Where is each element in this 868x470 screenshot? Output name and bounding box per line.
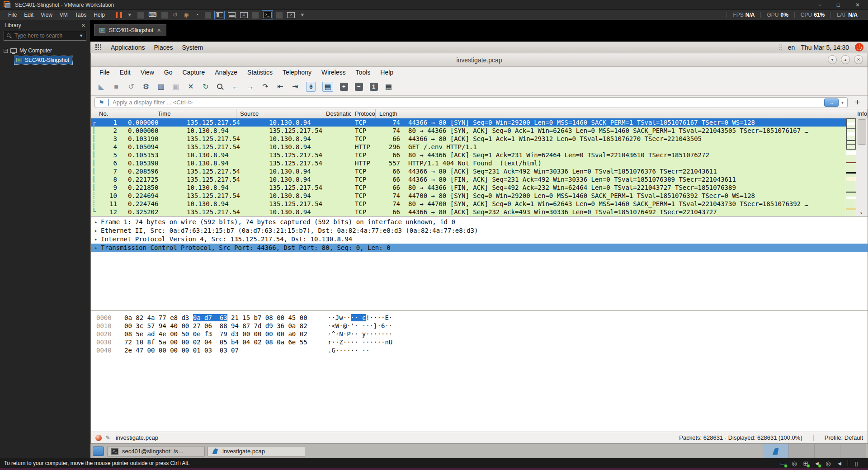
hex-row[interactable]: 0030 72 10 8f 5a 00 00 02 04 05 b4 04 02… (91, 338, 868, 346)
scrollbar-thumb[interactable] (858, 119, 866, 145)
packet-row[interactable]: │ 3 0.103190 135.125.217.54 10.130.8.94 … (91, 135, 868, 143)
vmware-menu-item[interactable]: VM (56, 11, 71, 19)
taskbar-item[interactable]: investigate.pcap (208, 446, 305, 457)
vmware-menu-item[interactable]: Tabs (71, 11, 90, 19)
window-control-button[interactable]: □ (837, 2, 840, 8)
wireshark-menu-item[interactable]: Wireless (316, 69, 351, 76)
column-header[interactable]: Time (154, 109, 236, 118)
tree-expander-icon[interactable]: − (4, 49, 8, 53)
wireshark-menu-item[interactable]: Statistics (242, 69, 278, 76)
reload-icon[interactable]: ↻ (202, 82, 210, 92)
wireshark-menu-item[interactable]: Analyze (210, 69, 242, 76)
hex-row[interactable]: 0020 08 5e ad 4e 00 50 0e f3 79 d3 00 00… (91, 330, 868, 338)
stop-capture-icon[interactable]: ■ (112, 82, 120, 92)
dropdown-caret-icon[interactable]: ▾ (127, 11, 133, 19)
console-view-icon[interactable]: >_ (263, 12, 272, 18)
tree-item-my-computer[interactable]: − My Computer (4, 46, 86, 55)
packet-row[interactable]: ┊ 11 0.224746 10.130.8.94 135.125.217.54… (91, 200, 868, 208)
packet-row[interactable]: │ 9 0.221850 10.130.8.94 135.125.217.54 … (91, 183, 868, 192)
mic-icon[interactable]: ◄ (836, 460, 843, 467)
workspace-4[interactable] (840, 444, 866, 458)
window-minimize-icon[interactable]: ▾ (828, 55, 837, 64)
gnome-menu-item[interactable]: Places (150, 44, 178, 51)
search-dropdown-icon[interactable]: ▼ (79, 33, 83, 38)
library-search-input[interactable]: Type here to search ▼ (4, 31, 86, 41)
goto-packet-icon[interactable]: ↷ (261, 82, 269, 92)
gnome-menu-item[interactable]: Applications (106, 44, 150, 51)
taskbar-item[interactable]: sec401@slingshot: /s… (107, 446, 205, 457)
workspace-1[interactable] (763, 444, 788, 458)
toolbar-separator[interactable] (252, 12, 259, 19)
window-close-icon[interactable]: ✕ (854, 55, 863, 64)
vmware-menu-item[interactable]: Help (90, 11, 108, 19)
filter-apply-icon[interactable]: → (824, 99, 839, 107)
window-maximize-icon[interactable]: ▴ (841, 55, 850, 64)
profile-indicator[interactable]: Profile: Default (825, 434, 863, 441)
packet-list-scrollbar[interactable] (856, 118, 868, 216)
wireshark-titlebar[interactable]: investigate.pcap ▾▴✕ (91, 53, 868, 67)
toolbar-separator[interactable] (137, 12, 144, 19)
window-control-button[interactable]: − (818, 2, 821, 8)
restart-capture-icon[interactable]: ↺ (127, 82, 135, 92)
packet-minimap[interactable] (846, 118, 856, 216)
tab-close-icon[interactable]: ✕ (157, 28, 161, 33)
wireshark-menu-item[interactable]: View (136, 69, 159, 76)
colorize-icon[interactable]: ▤ (322, 82, 333, 92)
ctrl-alt-del-icon[interactable]: ⌨ (148, 11, 157, 19)
filter-bookmark-icon[interactable]: ⚑ (97, 99, 106, 106)
show-thumbnail-bar-icon[interactable] (228, 12, 236, 18)
start-capture-icon[interactable]: ◣ (97, 82, 105, 92)
back-icon[interactable]: ← (231, 82, 240, 92)
display-filter-field[interactable]: ⚑ → ▾ (94, 97, 848, 108)
revert-snapshot-icon[interactable]: ↺ (172, 11, 179, 19)
clock[interactable]: Thu Mar 5, 14:30 (801, 44, 849, 51)
workspace-3[interactable] (814, 444, 840, 458)
close-file-icon[interactable]: ✕ (187, 82, 195, 92)
auto-scroll-icon[interactable]: ⇟ (306, 82, 316, 92)
fullscreen-icon[interactable]: ↗ (287, 12, 295, 18)
display-filter-input[interactable] (112, 99, 821, 106)
window-control-button[interactable]: ✕ (855, 2, 860, 8)
packet-row[interactable]: │ 5 0.105153 10.130.8.94 135.125.217.54 … (91, 151, 868, 159)
expert-info-icon[interactable] (95, 435, 102, 441)
detail-row[interactable]: ▸ Ethernet II, Src: 0a:d7:63:21:15:b7 (0… (91, 226, 868, 235)
tree-item-vm[interactable]: SEC401-Slingshot (14, 56, 72, 64)
forward-icon[interactable]: → (246, 82, 255, 92)
column-header[interactable]: Protocol (351, 109, 376, 118)
network-adapter-icon[interactable]: ⊞ (802, 460, 809, 467)
dropdown-caret-icon[interactable]: ▾ (299, 11, 306, 19)
packet-row[interactable]: │ 2 0.000000 10.130.8.94 135.125.217.54 … (91, 127, 868, 135)
show-library-icon[interactable] (216, 12, 223, 18)
packet-row[interactable]: │ 6 0.105390 10.130.8.94 135.125.217.54 … (91, 159, 868, 167)
vmware-menu-item[interactable]: File (5, 11, 20, 19)
wireshark-menu-item[interactable]: Telephony (278, 69, 316, 76)
cd-rom-icon[interactable]: ◎ (791, 460, 797, 467)
toolbar-separator[interactable] (161, 12, 168, 19)
wireshark-menu-item[interactable]: File (94, 69, 115, 76)
first-packet-icon[interactable]: ⇤ (276, 82, 284, 92)
save-file-icon[interactable]: ▣ (172, 82, 180, 92)
toolbar-separator[interactable] (205, 12, 211, 19)
hex-row[interactable]: 0000 0a 82 4a 77 e8 d3 0a d7 63 21 15 b7… (91, 314, 868, 322)
device-separator[interactable] (848, 460, 848, 466)
power-icon[interactable] (855, 43, 863, 52)
take-snapshot-icon[interactable]: ◉ (183, 11, 189, 19)
capture-options-icon[interactable]: ⚙ (142, 82, 150, 92)
packet-row[interactable]: │ 8 0.221725 135.125.217.54 10.130.8.94 … (91, 175, 868, 183)
zoom-out-icon[interactable]: − (355, 83, 363, 91)
filter-add-button[interactable]: + (851, 97, 864, 108)
wireshark-menu-item[interactable]: Edit (115, 69, 136, 76)
usb-icon[interactable]: ◎ (825, 460, 831, 467)
packet-row[interactable]: └ 12 0.325202 135.125.217.54 10.130.8.94… (91, 208, 868, 216)
pause-icon[interactable] (116, 12, 122, 18)
filter-dropdown-icon[interactable]: ▾ (841, 100, 845, 105)
open-file-icon[interactable]: ▥ (157, 82, 165, 92)
hard-disk-icon[interactable]: ▭ (780, 460, 786, 467)
resize-columns-icon[interactable]: ▦ (385, 82, 393, 92)
expand-arrow-icon[interactable]: ▸ (91, 244, 101, 252)
applications-grid-icon[interactable] (95, 44, 102, 51)
detail-row[interactable]: ▸ Frame 1: 74 bytes on wire (592 bits), … (91, 218, 868, 226)
keyboard-layout-indicator[interactable]: en (788, 44, 795, 51)
sound-icon[interactable]: ◄ (814, 460, 820, 467)
vm-tab[interactable]: SEC401-Slingshot ✕ (94, 24, 166, 36)
